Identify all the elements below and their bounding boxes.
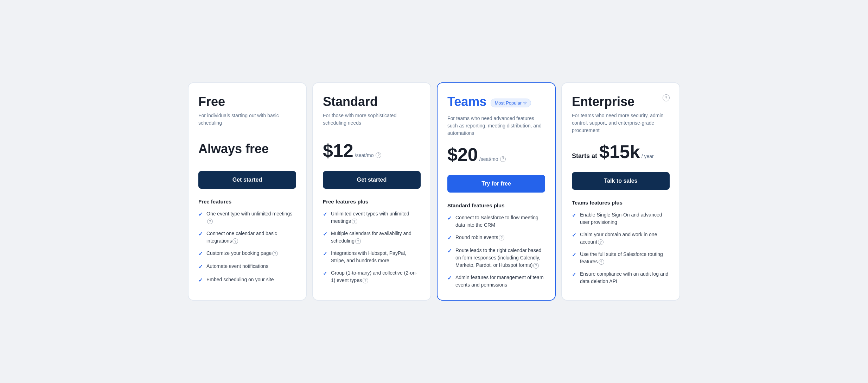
check-icon: ✓: [572, 251, 576, 259]
feature-item: ✓ Connect one calendar and basic integra…: [198, 230, 296, 245]
plan-name-teams: Teams: [447, 94, 486, 109]
most-popular-label: Most Popular: [494, 100, 522, 106]
price-section-enterprise: Starts at $15k / year: [572, 143, 670, 164]
feature-info-icon[interactable]: ?: [232, 238, 238, 244]
check-icon: ✓: [572, 212, 576, 220]
check-icon: ✓: [198, 276, 203, 284]
plan-name-standard: Standard: [323, 94, 421, 109]
check-icon: ✓: [198, 263, 203, 271]
features-label-teams: Standard features plus: [447, 202, 545, 208]
price-amount: $12: [323, 142, 353, 160]
feature-item: ✓ Multiple calendars for availability an…: [323, 230, 421, 245]
check-icon: ✓: [323, 211, 327, 219]
cta-button-standard[interactable]: Get started: [323, 171, 421, 189]
price-unit: /seat/mo ?: [355, 152, 382, 158]
feature-info-icon[interactable]: ?: [207, 219, 213, 224]
check-icon: ✓: [447, 214, 452, 222]
price-section-standard: $12 /seat/mo ?: [323, 142, 421, 163]
feature-item: ✓ Use the full suite of Salesforce routi…: [572, 251, 670, 265]
cta-button-free[interactable]: Get started: [198, 171, 296, 189]
features-label-enterprise: Teams features plus: [572, 200, 670, 206]
enterprise-info-icon[interactable]: ?: [663, 94, 670, 101]
feature-text: Embed scheduling on your site: [206, 276, 274, 283]
feature-text: Route leads to the right calendar based …: [455, 247, 545, 269]
check-icon: ✓: [198, 211, 203, 219]
feature-item: ✓ Unlimited event types with unlimited m…: [323, 210, 421, 225]
feature-text: Unlimited event types with unlimited mee…: [331, 210, 421, 225]
features-list-free: ✓ One event type with unlimited meetings…: [198, 210, 296, 284]
features-label-free: Free features: [198, 199, 296, 205]
pricing-grid: Free For individuals starting out with b…: [188, 82, 680, 301]
plan-card-teams: Teams Most Popular ☆ For teams who need …: [437, 82, 556, 301]
features-list-enterprise: ✓ Enable Single Sign-On and advanced use…: [572, 211, 670, 285]
feature-text: Claim your domain and work in one accoun…: [580, 231, 670, 246]
feature-info-icon[interactable]: ?: [598, 239, 604, 245]
feature-text: Integrations with Hubspot, PayPal, Strip…: [331, 250, 421, 264]
cta-button-enterprise[interactable]: Talk to sales: [572, 172, 670, 190]
feature-info-icon[interactable]: ?: [533, 263, 539, 269]
feature-item: ✓ Embed scheduling on your site: [198, 276, 296, 284]
feature-item: ✓ Group (1-to-many) and collective (2-on…: [323, 269, 421, 284]
check-icon: ✓: [572, 271, 576, 279]
check-icon: ✓: [323, 270, 327, 278]
check-icon: ✓: [323, 230, 327, 238]
plan-description-free: For individuals starting out with basic …: [198, 112, 296, 133]
feature-item: ✓ Round robin events?: [447, 234, 545, 242]
feature-text: Use the full suite of Salesforce routing…: [580, 251, 670, 265]
price-amount: $20: [447, 145, 478, 164]
price-section-teams: $20 /seat/mo ?: [447, 145, 545, 167]
feature-info-icon[interactable]: ?: [599, 259, 604, 265]
features-list-teams: ✓ Connect to Salesforce to flow meeting …: [447, 214, 545, 289]
feature-info-icon[interactable]: ?: [355, 238, 361, 244]
feature-info-icon[interactable]: ?: [272, 251, 278, 256]
plan-card-standard: Standard For those with more sophisticat…: [312, 82, 431, 301]
feature-info-icon[interactable]: ?: [499, 235, 504, 240]
plan-name-free: Free: [198, 94, 296, 109]
feature-text: Group (1-to-many) and collective (2-on-1…: [331, 269, 421, 284]
price-unit: /seat/mo ?: [479, 156, 506, 162]
check-icon: ✓: [323, 250, 327, 258]
price-unit: / year: [642, 153, 654, 159]
plan-card-free: Free For individuals starting out with b…: [188, 82, 307, 301]
feature-text: Ensure compliance with an audit log and …: [580, 270, 670, 285]
feature-text: One event type with unlimited meetings?: [206, 210, 296, 225]
most-popular-badge: Most Popular ☆: [491, 99, 531, 107]
check-icon: ✓: [572, 231, 576, 239]
feature-item: ✓ Route leads to the right calendar base…: [447, 247, 545, 269]
feature-text: Connect to Salesforce to flow meeting da…: [455, 214, 545, 229]
plan-name-row-teams: Teams Most Popular ☆: [447, 94, 545, 112]
price-info-icon[interactable]: ?: [376, 152, 381, 158]
feature-text: Automate event notifications: [206, 263, 268, 270]
features-list-standard: ✓ Unlimited event types with unlimited m…: [323, 210, 421, 284]
price-starts-label: Starts at: [572, 152, 597, 160]
plan-description-enterprise: For teams who need more security, admin …: [572, 112, 670, 134]
feature-item: ✓ Claim your domain and work in one acco…: [572, 231, 670, 246]
feature-text: Admin features for management of team ev…: [455, 274, 545, 289]
price-section-free: Always free: [198, 142, 296, 163]
feature-item: ✓ Customize your booking page?: [198, 250, 296, 258]
check-icon: ✓: [198, 230, 203, 238]
check-icon: ✓: [447, 234, 452, 242]
feature-info-icon[interactable]: ?: [363, 278, 368, 283]
feature-item: ✓ Connect to Salesforce to flow meeting …: [447, 214, 545, 229]
feature-item: ✓ One event type with unlimited meetings…: [198, 210, 296, 225]
check-icon: ✓: [198, 250, 203, 258]
enterprise-header-row: Enterprise ?: [572, 94, 670, 112]
plan-card-enterprise: Enterprise ? For teams who need more sec…: [561, 82, 680, 301]
feature-text: Enable Single Sign-On and advanced user …: [580, 211, 670, 226]
feature-text: Round robin events?: [455, 234, 504, 241]
price-amount: $15k: [599, 143, 640, 161]
plan-name-enterprise: Enterprise: [572, 94, 634, 109]
feature-item: ✓ Ensure compliance with an audit log an…: [572, 270, 670, 285]
feature-info-icon[interactable]: ?: [352, 219, 357, 224]
check-icon: ✓: [447, 274, 452, 282]
feature-item: ✓ Enable Single Sign-On and advanced use…: [572, 211, 670, 226]
star-icon: ☆: [523, 100, 527, 106]
feature-text: Customize your booking page?: [206, 250, 278, 257]
plan-description-standard: For those with more sophisticated schedu…: [323, 112, 421, 133]
price-info-icon[interactable]: ?: [500, 156, 506, 162]
feature-item: ✓ Admin features for management of team …: [447, 274, 545, 289]
plan-description-teams: For teams who need advanced features suc…: [447, 115, 545, 137]
cta-button-teams[interactable]: Try for free: [447, 175, 545, 193]
feature-text: Multiple calendars for availability and …: [331, 230, 421, 245]
